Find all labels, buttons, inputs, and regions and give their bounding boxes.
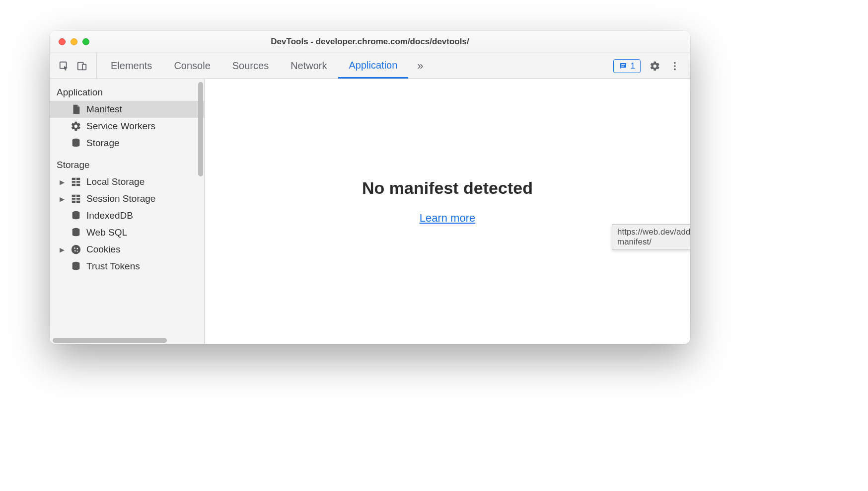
issues-chip[interactable]: 1 <box>613 59 641 73</box>
vertical-scrollbar-thumb[interactable] <box>198 82 203 176</box>
sidebar-item-cookies[interactable]: ▶ Cookies <box>50 241 204 258</box>
titlebar: DevTools - developer.chrome.com/docs/dev… <box>50 31 690 53</box>
maximize-window-button[interactable] <box>82 38 89 45</box>
table-icon <box>71 176 81 187</box>
tab-application[interactable]: Application <box>338 53 409 79</box>
device-toggle-icon[interactable] <box>76 61 87 72</box>
window-controls <box>50 38 89 45</box>
devtools-toolbar: Elements Console Sources Network Applica… <box>50 53 690 79</box>
svg-point-12 <box>74 247 75 249</box>
window-title: DevTools - developer.chrome.com/docs/dev… <box>50 37 690 47</box>
gear-icon <box>71 121 81 132</box>
sidebar-item-indexeddb[interactable]: ▶ IndexedDB <box>50 207 204 224</box>
sidebar-item-label: Local Storage <box>86 176 145 187</box>
minimize-window-button[interactable] <box>71 38 77 45</box>
database-icon <box>71 261 81 272</box>
document-icon <box>71 104 81 115</box>
close-window-button[interactable] <box>59 38 66 45</box>
kebab-menu-icon[interactable] <box>669 61 680 72</box>
svg-rect-2 <box>82 64 86 70</box>
database-icon <box>71 138 81 149</box>
chat-icon <box>619 62 628 71</box>
tab-elements[interactable]: Elements <box>100 53 163 79</box>
database-icon <box>71 227 81 238</box>
sidebar-item-web-sql[interactable]: ▶ Web SQL <box>50 224 204 241</box>
sidebar-item-label: Manifest <box>86 104 122 115</box>
sidebar-item-label: Trust Tokens <box>86 261 140 272</box>
sidebar-item-label: Web SQL <box>86 227 127 238</box>
devtools-window: DevTools - developer.chrome.com/docs/dev… <box>50 31 690 344</box>
sidebar-item-storage[interactable]: Storage <box>50 135 204 152</box>
sidebar-item-label: IndexedDB <box>86 210 133 221</box>
svg-point-15 <box>77 251 78 252</box>
issues-count: 1 <box>631 61 635 71</box>
expand-triangle-icon[interactable]: ▶ <box>59 178 66 186</box>
sidebar-item-label: Session Storage <box>86 193 155 204</box>
inspect-element-icon[interactable] <box>59 61 70 72</box>
learn-more-link[interactable]: Learn more <box>420 212 476 224</box>
sidebar-item-trust-tokens[interactable]: ▶ Trust Tokens <box>50 258 204 275</box>
svg-point-5 <box>674 68 676 70</box>
tab-console[interactable]: Console <box>163 53 221 79</box>
tab-sources[interactable]: Sources <box>221 53 280 79</box>
expand-triangle-icon[interactable]: ▶ <box>59 195 66 203</box>
sidebar-group-storage: Storage <box>50 152 204 173</box>
empty-state-headline: No manifest detected <box>205 178 690 198</box>
horizontal-scrollbar-thumb[interactable] <box>53 338 167 343</box>
svg-point-14 <box>74 250 76 251</box>
main-panel: No manifest detected Learn more https://… <box>205 79 690 344</box>
horizontal-scrollbar[interactable] <box>50 337 204 344</box>
sidebar-item-label: Storage <box>86 138 120 149</box>
panel-tabs: Elements Console Sources Network Applica… <box>97 53 603 79</box>
tab-network[interactable]: Network <box>280 53 338 79</box>
sidebar-item-label: Service Workers <box>86 121 155 132</box>
svg-point-3 <box>674 62 676 64</box>
table-icon <box>71 193 81 204</box>
svg-point-11 <box>72 245 80 254</box>
svg-point-13 <box>76 248 78 249</box>
sidebar-item-label: Cookies <box>86 244 121 255</box>
sidebar-item-session-storage[interactable]: ▶ Session Storage <box>50 190 204 207</box>
sidebar-group-application: Application <box>50 79 204 101</box>
application-sidebar: Application Manifest Service Workers <box>50 79 205 344</box>
settings-gear-icon[interactable] <box>650 61 660 72</box>
sidebar-item-local-storage[interactable]: ▶ Local Storage <box>50 173 204 190</box>
svg-point-4 <box>674 65 676 67</box>
sidebar-item-service-workers[interactable]: Service Workers <box>50 118 204 135</box>
cookie-icon <box>71 244 81 255</box>
link-url-tooltip: https://web.dev/add-manifest/ <box>612 224 690 250</box>
expand-triangle-icon[interactable]: ▶ <box>59 246 66 253</box>
database-icon <box>71 210 81 221</box>
sidebar-item-manifest[interactable]: Manifest <box>50 101 204 118</box>
more-tabs-button[interactable]: » <box>408 53 432 79</box>
